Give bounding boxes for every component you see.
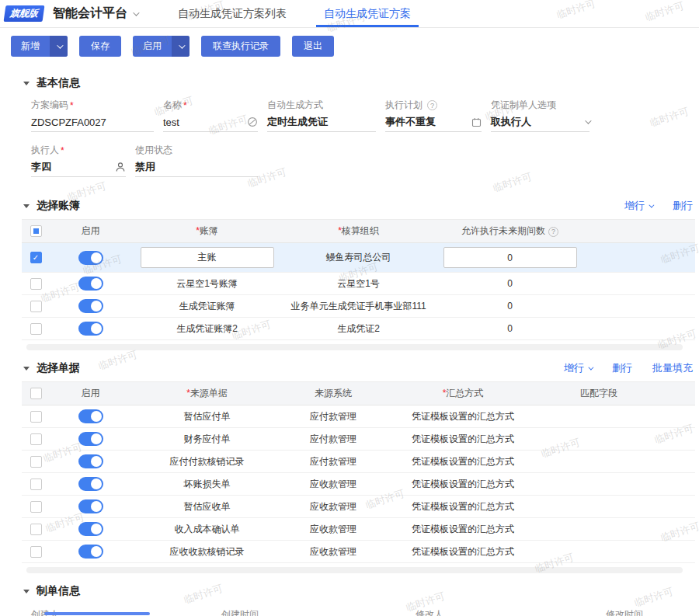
save-button[interactable]: 保存 <box>79 36 121 57</box>
required-marker: * <box>183 100 187 111</box>
row-checkbox[interactable] <box>30 301 42 312</box>
required-marker: * <box>70 100 74 111</box>
enable-toggle[interactable] <box>78 251 103 265</box>
enable-toggle[interactable] <box>78 545 103 559</box>
document-row[interactable]: 收入成本确认单 应收款管理 凭证模板设置的汇总方式 <box>22 518 695 541</box>
basic-info-header[interactable]: 基本信息 <box>23 76 693 90</box>
multilingual-icon[interactable] <box>247 117 258 127</box>
doc-delete-row-link[interactable]: 删行 <box>612 361 632 375</box>
collapse-triangle-icon <box>23 590 30 593</box>
toolbar: 新增 保存 启用 联查执行记录 退出 <box>0 28 699 65</box>
col-summary-mode: *汇总方式 <box>384 382 539 405</box>
field-usage-status: 使用状态 禁用 <box>135 143 258 177</box>
row-checkbox[interactable] <box>30 433 42 445</box>
document-row[interactable]: 财务应付单 应付款管理 凭证模板设置的汇总方式 <box>22 428 695 451</box>
section-title: 基本信息 <box>37 76 80 90</box>
enable-toggle[interactable] <box>78 277 103 291</box>
collapse-triangle-icon <box>23 367 30 371</box>
enable-toggle[interactable] <box>78 409 103 423</box>
document-row[interactable]: 暂估应付单 应付款管理 凭证模板设置的汇总方式 <box>22 405 695 428</box>
enable-dropdown-arrow[interactable] <box>172 36 190 57</box>
edition-badge: 旗舰版 <box>4 5 45 22</box>
app-title-menu[interactable]: 智能会计平台 <box>53 5 137 22</box>
document-section-header[interactable]: 选择单据 增行 删行 批量填充 <box>23 361 693 375</box>
help-icon[interactable] <box>548 227 558 237</box>
row-checkbox[interactable] <box>30 524 42 535</box>
row-checkbox[interactable] <box>30 546 42 558</box>
col-enable: 启用 <box>50 220 131 243</box>
col-source-system: 来源系统 <box>283 382 384 405</box>
row-checkbox[interactable] <box>30 252 42 263</box>
topbar: 旗舰版 智能会计平台 自动生成凭证方案列表 自动生成凭证方案 <box>0 0 699 28</box>
row-checkbox[interactable] <box>30 411 42 423</box>
field-scheme-code: 方案编码* ZDSCPZFA0027 <box>31 98 154 132</box>
row-checkbox[interactable] <box>30 479 42 490</box>
enable-toggle[interactable] <box>78 477 103 491</box>
doc-batch-fill-link[interactable]: 批量填充 <box>652 361 693 375</box>
scheme-code-input[interactable]: ZDSCPZFA0027 <box>31 113 154 132</box>
horizontal-scrollbar-thumb[interactable] <box>44 612 150 615</box>
collapse-triangle-icon <box>23 82 30 85</box>
voucher-creator-select[interactable]: 取执行人 <box>491 113 589 132</box>
enable-toggle[interactable] <box>78 299 103 313</box>
row-checkbox[interactable] <box>30 501 42 513</box>
help-icon[interactable] <box>427 100 437 110</box>
ledger-cell-input[interactable]: 主账 <box>141 247 274 268</box>
tab-scheme-detail[interactable]: 自动生成凭证方案 <box>316 0 419 27</box>
ledger-delete-row-link[interactable]: 删行 <box>673 199 693 213</box>
ledger-add-row-link[interactable]: 增行 <box>624 199 652 213</box>
new-dropdown-arrow[interactable] <box>50 36 68 57</box>
person-icon[interactable] <box>115 162 126 172</box>
tab-scheme-list[interactable]: 自动生成凭证方案列表 <box>170 0 294 27</box>
ledger-table: 启用 *账簿 *核算组织 允许执行未来期间数 主账 鳗鱼寿司总公司 0 云星空1… <box>22 219 695 340</box>
chevron-down-icon <box>588 364 593 370</box>
horizontal-scrollbar[interactable] <box>26 344 683 350</box>
enable-toggle[interactable] <box>78 432 103 446</box>
col-ledger: *账簿 <box>131 220 283 243</box>
ledger-section-header[interactable]: 选择账簿 增行 删行 <box>23 199 693 213</box>
schedule-picker-icon[interactable] <box>471 117 482 127</box>
basic-info-form: 方案编码* ZDSCPZFA0027 名称* test 自动生成方式 定时生成凭… <box>31 98 691 188</box>
ledger-table-header-row: 启用 *账簿 *核算组织 允许执行未来期间数 <box>22 220 695 243</box>
select-all-checkbox[interactable] <box>30 225 42 237</box>
ledger-row[interactable]: 云星空1号账簿 云星空1号 0 <box>22 273 695 295</box>
enable-toggle[interactable] <box>78 522 103 536</box>
col-source-doc: *来源单据 <box>131 382 283 405</box>
new-button[interactable]: 新增 <box>11 36 68 57</box>
horizontal-scrollbar[interactable] <box>26 567 683 573</box>
document-row[interactable]: 暂估应收单 应收款管理 凭证模板设置的汇总方式 <box>22 496 695 518</box>
enable-toggle[interactable] <box>78 454 103 468</box>
audit-section-header[interactable]: 制单信息 <box>23 584 693 598</box>
chevron-down-icon <box>57 42 63 48</box>
enable-toggle[interactable] <box>78 499 103 513</box>
row-checkbox[interactable] <box>30 323 42 335</box>
field-executor: 执行人* 李四 <box>31 143 126 177</box>
future-periods-input[interactable]: 0 <box>443 247 577 268</box>
section-title: 选择账簿 <box>37 199 80 213</box>
field-voucher-creator-option: 凭证制单人选项 取执行人 <box>491 98 589 132</box>
row-checkbox[interactable] <box>30 278 42 290</box>
exec-plan-picker[interactable]: 事件不重复 <box>385 113 482 132</box>
col-future-periods: 允许执行未来期间数 <box>434 220 586 243</box>
name-input[interactable]: test <box>163 113 258 132</box>
document-row[interactable]: 应付付款核销记录 应付款管理 凭证模板设置的汇总方式 <box>22 451 695 473</box>
field-name: 名称* test <box>163 98 258 132</box>
executor-picker[interactable]: 李四 <box>31 158 126 177</box>
select-all-checkbox[interactable] <box>30 388 42 399</box>
chevron-down-icon <box>649 202 654 207</box>
ledger-row[interactable]: 生成凭证账簿2 生成凭证2 0 <box>22 318 695 340</box>
ledger-row[interactable]: 生成凭证账簿 业务单元生成凭证手机事业部111 0 <box>22 295 695 318</box>
document-table: 启用 *来源单据 来源系统 *汇总方式 匹配字段 暂估应付单 应付款管理 凭证模… <box>22 381 695 563</box>
enable-toggle[interactable] <box>78 322 103 336</box>
chevron-down-icon <box>179 42 185 48</box>
document-table-header-row: 启用 *来源单据 来源系统 *汇总方式 匹配字段 <box>22 382 695 405</box>
exit-button[interactable]: 退出 <box>292 36 334 57</box>
document-row[interactable]: 应收收款核销记录 应收款管理 凭证模板设置的汇总方式 <box>22 541 695 563</box>
trace-exec-records-button[interactable]: 联查执行记录 <box>201 36 280 57</box>
row-checkbox[interactable] <box>30 456 42 468</box>
enable-button[interactable]: 启用 <box>133 36 190 57</box>
doc-add-row-link[interactable]: 增行 <box>564 361 592 375</box>
ledger-row[interactable]: 主账 鳗鱼寿司总公司 0 <box>22 243 695 273</box>
chevron-down-icon <box>133 9 139 16</box>
document-row[interactable]: 坏账损失单 应收款管理 凭证模板设置的汇总方式 <box>22 473 695 496</box>
